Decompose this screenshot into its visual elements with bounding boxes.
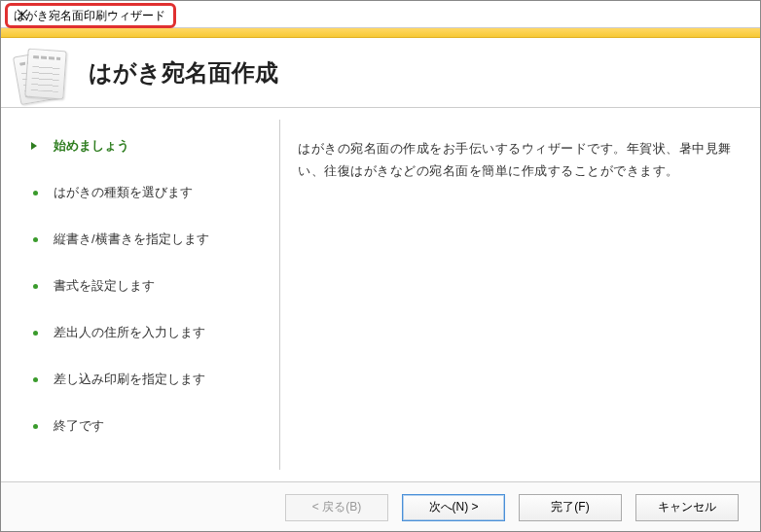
next-button[interactable]: 次へ(N) >	[402, 494, 505, 521]
wizard-step-6: 終了です	[30, 417, 262, 435]
wizard-step-label: 差し込み印刷を指定します	[54, 371, 205, 388]
wizard-step-label: 書式を設定します	[54, 277, 155, 295]
finish-button-label: 完了(F)	[551, 499, 589, 515]
wizard-step-4: 差出人の住所を入力します	[30, 324, 262, 341]
step-dot-icon	[30, 281, 40, 291]
step-dot-icon	[30, 188, 40, 197]
wizard-step-0: 始めましょう	[30, 137, 262, 155]
wizard-header: はがき宛名面作成	[1, 38, 760, 108]
ribbon-accent	[1, 28, 760, 38]
cancel-button[interactable]: キャンセル	[635, 494, 739, 521]
titlebar: はがき宛名面印刷ウィザード	[1, 1, 760, 28]
step-dot-icon	[30, 328, 40, 337]
step-dot-icon	[30, 374, 40, 384]
postcard-icon	[15, 46, 69, 100]
wizard-step-label: 縦書き/横書きを指定します	[54, 231, 209, 248]
wizard-step-2: 縦書き/横書きを指定します	[30, 231, 262, 248]
back-button-label: < 戻る(B)	[312, 499, 361, 515]
back-button: < 戻る(B)	[285, 494, 388, 521]
wizard-step-5: 差し込み印刷を指定します	[30, 371, 262, 388]
cancel-button-label: キャンセル	[658, 499, 716, 515]
finish-button[interactable]: 完了(F)	[519, 494, 622, 521]
wizard-step-label: はがきの種類を選びます	[54, 184, 193, 201]
wizard-step-label: 終了です	[54, 417, 104, 435]
button-bar: < 戻る(B) 次へ(N) > 完了(F) キャンセル	[1, 481, 760, 532]
page-title: はがき宛名面作成	[89, 57, 278, 89]
next-button-label: 次へ(N) >	[429, 499, 479, 515]
step-dot-icon	[30, 421, 40, 431]
steps-list: 始めましょうはがきの種類を選びます縦書き/横書きを指定します書式を設定します差出…	[1, 108, 279, 481]
intro-text: はがきの宛名面の作成をお手伝いするウィザードです。年賀状、暑中見舞い、往復はがき…	[298, 137, 739, 183]
wizard-step-3: 書式を設定します	[30, 277, 262, 295]
step-dot-icon	[30, 234, 40, 244]
wizard-step-label: 差出人の住所を入力します	[54, 324, 205, 341]
window-title: はがき宛名面印刷ウィザード	[5, 3, 176, 28]
wizard-body: 始めましょうはがきの種類を選びます縦書き/横書きを指定します書式を設定します差出…	[1, 108, 760, 481]
arrow-right-icon	[30, 141, 40, 151]
wizard-step-label: 始めましょう	[54, 137, 129, 155]
step-content: はがきの宛名面の作成をお手伝いするウィザードです。年賀状、暑中見舞い、往復はがき…	[280, 108, 760, 481]
wizard-step-1: はがきの種類を選びます	[30, 184, 262, 201]
